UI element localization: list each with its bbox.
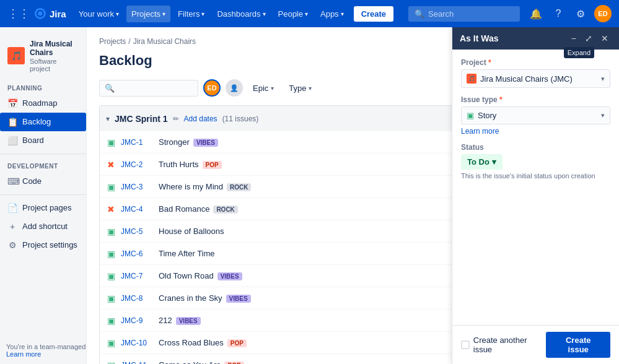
- issue-type-select[interactable]: ▣ Story ▾: [461, 106, 610, 124]
- project-select[interactable]: 🎵 Jira Musical Chairs (JMC) ▾: [461, 69, 610, 88]
- chevron-down-icon: ▾: [271, 85, 274, 92]
- chevron-down-icon: ▾: [201, 11, 204, 17]
- nav-projects[interactable]: Projects ▾: [126, 6, 170, 22]
- user-avatar[interactable]: ED: [594, 5, 612, 22]
- issue-key[interactable]: JMC-11: [121, 361, 155, 365]
- notifications-icon[interactable]: 🔔: [527, 5, 545, 22]
- board-icon: ⬜: [7, 136, 17, 145]
- issue-type-icon: ▣: [106, 227, 116, 236]
- search-bar[interactable]: 🔍 Search: [408, 6, 520, 22]
- all-users-filter[interactable]: 👤: [226, 79, 243, 97]
- jira-logo[interactable]: Jira: [35, 8, 66, 19]
- issue-type-icon: ▣: [106, 293, 116, 303]
- sprint-edit-icon[interactable]: ✏: [173, 115, 179, 123]
- issue-key[interactable]: JMC-6: [121, 249, 155, 258]
- status-field: Status To Do ▾ This is the issue's initi…: [461, 143, 610, 180]
- roadmap-icon: 📅: [7, 98, 17, 108]
- pages-icon: 📄: [7, 203, 17, 213]
- panel-header: As It Was − ⤢ ✕: [452, 27, 619, 50]
- issue-key[interactable]: JMC-4: [121, 205, 155, 214]
- nav-apps[interactable]: Apps ▾: [315, 6, 349, 22]
- sprint-toggle-icon[interactable]: ▾: [106, 115, 110, 123]
- issue-type-icon: ▣: [106, 316, 116, 326]
- issue-tag: VIBES: [176, 317, 201, 325]
- create-another-checkbox[interactable]: [461, 340, 470, 349]
- user-filter-avatar[interactable]: ED: [203, 79, 221, 97]
- add-shortcut-icon: +: [7, 222, 17, 232]
- sidebar-item-roadmap[interactable]: 📅 Roadmap: [0, 94, 86, 113]
- sidebar-item-project-pages[interactable]: 📄 Project pages: [0, 199, 86, 217]
- issue-type-icon: ▣: [106, 360, 116, 365]
- issue-type-icon: ✖: [106, 160, 116, 170]
- project-icon: 🎵: [7, 47, 25, 64]
- help-icon[interactable]: ?: [550, 5, 567, 22]
- project-type: Software project: [30, 58, 79, 72]
- chevron-down-icon: ▾: [263, 11, 266, 17]
- page-title: Backlog: [99, 53, 152, 69]
- issue-type-icon: ▣: [106, 338, 116, 348]
- panel-expand-button[interactable]: ⤢: [582, 32, 595, 45]
- project-select-chevron-icon: ▾: [601, 75, 605, 83]
- chevron-down-icon: ▾: [309, 85, 312, 92]
- epic-filter-button[interactable]: Epic ▾: [248, 80, 279, 96]
- search-input-wrapper[interactable]: 🔍: [99, 80, 198, 97]
- add-dates-button[interactable]: Add dates: [184, 115, 217, 123]
- sidebar-divider: [0, 154, 86, 154]
- main-content: Projects / Jira Musical Chairs Backlog ⋯…: [87, 27, 619, 364]
- sidebar: 🎵 Jira Musical Chairs Software project P…: [0, 27, 87, 364]
- sidebar-item-backlog[interactable]: 📋 Backlog: [0, 113, 86, 131]
- code-icon: ⌨: [7, 176, 17, 186]
- backlog-icon: 📋: [7, 117, 17, 127]
- issue-tag: VIBES: [193, 139, 218, 147]
- search-input[interactable]: [118, 84, 193, 93]
- issue-type-icon: ▣: [106, 182, 116, 192]
- sidebar-divider-2: [0, 194, 86, 195]
- settings-icon[interactable]: ⚙: [572, 5, 589, 22]
- issue-key[interactable]: JMC-2: [121, 160, 155, 169]
- sidebar-item-add-shortcut[interactable]: + Add shortcut: [0, 217, 86, 236]
- sidebar-item-board[interactable]: ⬜ Board: [0, 131, 86, 150]
- status-dropdown[interactable]: To Do ▾: [461, 154, 503, 170]
- create-button[interactable]: Create: [354, 6, 393, 22]
- project-field: Project * 🎵 Jira Musical Chairs (JMC) ▾: [461, 58, 610, 88]
- panel-body: Project * 🎵 Jira Musical Chairs (JMC) ▾: [452, 50, 619, 325]
- panel-close-button[interactable]: ✕: [598, 32, 612, 45]
- nav-your-work[interactable]: Your work ▾: [74, 6, 124, 22]
- create-issue-submit-button[interactable]: Create issue: [546, 332, 610, 358]
- create-another-option[interactable]: Create another issue: [461, 336, 546, 354]
- expand-tooltip: Expand: [564, 47, 594, 58]
- breadcrumb-project[interactable]: Jira Musical Chairs: [133, 37, 196, 46]
- issue-key[interactable]: JMC-9: [121, 316, 155, 325]
- nav-filters[interactable]: Filters ▾: [173, 6, 209, 22]
- issue-key[interactable]: JMC-1: [121, 138, 155, 147]
- status-chevron-icon: ▾: [492, 157, 496, 167]
- panel-minimize-button[interactable]: −: [568, 32, 579, 45]
- issue-key[interactable]: JMC-7: [121, 272, 155, 280]
- issue-tag: ROCK: [213, 206, 237, 214]
- project-name: Jira Musical Chairs: [30, 40, 79, 58]
- issue-key[interactable]: JMC-5: [121, 227, 155, 236]
- sprint-issue-count: (11 issues): [222, 115, 259, 123]
- project-select-icon: 🎵: [467, 74, 476, 84]
- settings-icon: ⚙: [7, 240, 17, 250]
- create-issue-panel: As It Was − ⤢ ✕ Expand Project *: [452, 27, 619, 364]
- learn-more-link[interactable]: Learn more: [461, 127, 610, 136]
- panel-footer: Create another issue Create issue: [452, 325, 619, 364]
- issue-key[interactable]: JMC-3: [121, 183, 155, 191]
- issue-tag: POP: [203, 161, 222, 169]
- top-navigation: ⋮⋮ Jira Your work ▾ Projects ▾ Filters ▾…: [0, 0, 619, 27]
- status-note: This is the issue's initial status upon …: [461, 172, 610, 180]
- learn-more-sidebar-link[interactable]: Learn more: [6, 350, 41, 358]
- sidebar-item-code[interactable]: ⌨ Code: [0, 172, 86, 191]
- grid-icon[interactable]: ⋮⋮: [7, 7, 30, 20]
- sidebar-item-project-settings[interactable]: ⚙ Project settings: [0, 236, 86, 254]
- issue-key[interactable]: JMC-10: [121, 339, 155, 347]
- chevron-down-icon: ▾: [305, 11, 308, 17]
- issue-type-icon: ▣: [106, 137, 116, 147]
- issue-tag: POP: [224, 362, 244, 364]
- type-filter-button[interactable]: Type ▾: [284, 80, 317, 96]
- nav-people[interactable]: People ▾: [273, 6, 313, 22]
- breadcrumb-projects[interactable]: Projects: [99, 37, 126, 46]
- issue-key[interactable]: JMC-8: [121, 294, 155, 303]
- nav-dashboards[interactable]: Dashboards ▾: [212, 6, 270, 22]
